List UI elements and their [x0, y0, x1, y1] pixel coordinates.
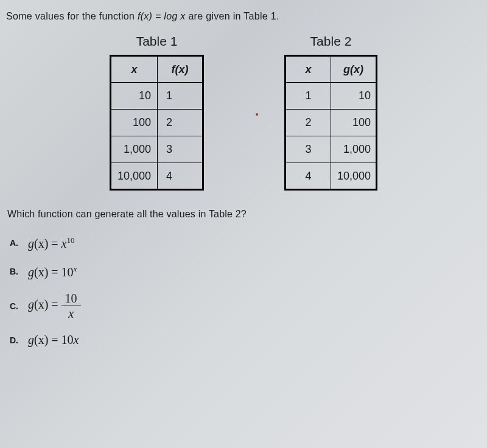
table1-cell: 1 — [158, 83, 203, 110]
table-row: 2 100 — [285, 110, 376, 136]
table-row: 4 10,000 — [285, 163, 376, 190]
intro-prefix: Some values for the function — [6, 11, 138, 21]
table1-block: Table 1 x f(x) 10 1 100 2 1,000 3 10,000… — [110, 34, 204, 191]
table2-cell: 4 — [285, 163, 331, 190]
table2-cell: 100 — [331, 110, 376, 136]
table2: x g(x) 1 10 2 100 3 1,000 4 10,000 — [284, 55, 377, 191]
option-b[interactable]: B. g(x) = 10x — [10, 264, 481, 279]
table-row: 100 2 — [111, 110, 203, 136]
intro-function: f(x) = log x — [138, 11, 186, 21]
intro-text: Some values for the function f(x) = log … — [6, 11, 481, 22]
table1-cell: 10,000 — [111, 163, 158, 190]
table-row: x f(x) — [111, 56, 203, 83]
table1-cell: 100 — [111, 110, 158, 136]
table1-cell: 4 — [158, 163, 203, 190]
option-d-label: D. — [10, 335, 28, 345]
question-text: Which function can generate all the valu… — [7, 209, 481, 220]
table2-header-g: g(x) — [331, 56, 376, 83]
option-a[interactable]: A. g(x) = x10 — [10, 236, 481, 251]
table2-cell: 10 — [331, 83, 376, 110]
table-row: x g(x) — [285, 56, 376, 83]
option-c[interactable]: C. g(x) = 10 x — [10, 292, 481, 320]
fraction: 10 x — [61, 292, 81, 320]
table2-header-x: x — [285, 56, 331, 83]
table1-cell: 2 — [158, 110, 203, 136]
option-b-label: B. — [10, 267, 28, 276]
table-row: 3 1,000 — [285, 136, 376, 163]
table1-cell: 1,000 — [111, 136, 158, 163]
table1-cell: 3 — [158, 136, 203, 163]
tables-container: Table 1 x f(x) 10 1 100 2 1,000 3 10,000… — [6, 34, 481, 191]
table2-cell: 3 — [285, 136, 331, 163]
table1-header-x: x — [111, 56, 158, 83]
option-b-formula: g(x) = 10x — [28, 264, 77, 279]
table2-block: Table 2 x g(x) 1 10 2 100 3 1,000 4 10,0… — [284, 34, 377, 191]
table1-title: Table 1 — [136, 34, 178, 49]
table-row: 1 10 — [285, 83, 376, 110]
table2-cell: 1,000 — [331, 136, 376, 163]
options-container: A. g(x) = x10 B. g(x) = 10x C. g(x) = 10… — [6, 236, 481, 347]
option-c-formula: g(x) = 10 x — [28, 292, 81, 320]
intro-suffix: are given in Table 1. — [186, 11, 279, 21]
option-d-formula: g(x) = 10x — [28, 333, 79, 347]
table2-title: Table 2 — [310, 34, 352, 49]
table1-cell: 10 — [111, 83, 158, 110]
table1: x f(x) 10 1 100 2 1,000 3 10,000 4 — [110, 55, 204, 191]
table-row: 1,000 3 — [111, 136, 203, 163]
red-dot-mark — [256, 113, 258, 116]
table-row: 10 1 — [111, 83, 203, 110]
table2-cell: 1 — [285, 83, 331, 110]
table1-header-f: f(x) — [158, 56, 203, 83]
table2-cell: 2 — [285, 110, 331, 136]
option-a-formula: g(x) = x10 — [28, 236, 75, 251]
option-a-label: A. — [10, 238, 28, 248]
table2-cell: 10,000 — [331, 163, 376, 190]
table-row: 10,000 4 — [111, 163, 203, 190]
option-d[interactable]: D. g(x) = 10x — [10, 333, 481, 347]
option-c-label: C. — [10, 301, 28, 311]
